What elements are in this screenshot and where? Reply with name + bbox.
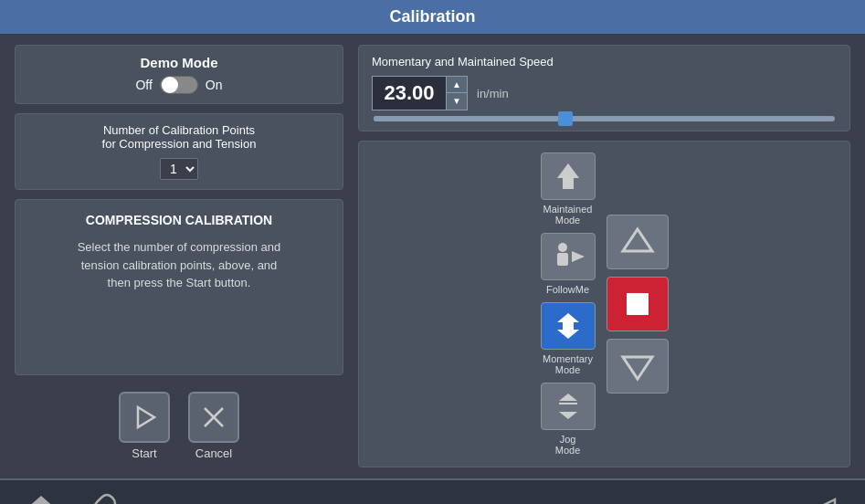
momentary-mode-button[interactable]: MomentaryMode [541,302,596,375]
toggle-knob [162,77,178,93]
demo-mode-toggle[interactable] [160,76,198,94]
mode-controls-box: MaintainedMode FollowMe [358,141,850,467]
momentary-mode-icon [541,302,596,350]
svg-marker-0 [138,407,154,427]
speed-controls: 23.00 ▲ ▼ in/min [372,76,837,110]
direction-col [607,215,669,394]
speed-box: Momentary and Maintained Speed 23.00 ▲ ▼… [358,45,850,131]
mode-buttons-col: MaintainedMode FollowMe [541,152,596,456]
cancel-label: Cancel [195,446,232,460]
svg-rect-13 [627,293,649,315]
followme-icon [541,233,596,280]
page-title: Calibration [0,0,865,34]
down-button[interactable] [607,339,669,394]
calibration-points-label: Number of Calibration Pointsfor Compress… [30,123,328,151]
svg-marker-15 [26,496,56,504]
speed-title: Momentary and Maintained Speed [372,55,837,68]
speed-slider-container [372,116,837,121]
compression-description: Select the number of compression andtens… [30,238,328,292]
compression-title: COMPRESSION CALIBRATION [30,213,328,227]
svg-rect-10 [559,403,577,404]
speed-arrows: ▲ ▼ [446,77,467,110]
speed-up-button[interactable]: ▲ [447,77,467,93]
stop-button[interactable] [607,277,669,331]
svg-marker-9 [559,394,577,401]
svg-marker-14 [623,357,652,379]
start-icon [119,392,170,443]
off-label: Off [135,78,152,92]
speed-slider-track [374,116,835,121]
demo-mode-title: Demo Mode [30,55,328,70]
calibration-points-box: Number of Calibration Pointsfor Compress… [15,113,343,190]
demo-mode-row: Off On [30,76,328,94]
svg-marker-12 [623,229,652,251]
momentary-mode-label: MomentaryMode [543,353,593,375]
jog-mode-label: JogMode [555,434,581,456]
svg-marker-6 [572,251,585,262]
svg-marker-16 [817,499,835,504]
followme-button[interactable]: FollowMe [541,233,596,295]
link-button[interactable] [79,486,124,504]
main-content: Demo Mode Off On Number of Calibration P… [0,34,865,478]
maintained-mode-label: MaintainedMode [543,204,593,226]
start-label: Start [132,446,156,460]
demo-mode-box: Demo Mode Off On [15,45,343,104]
speed-slider-fill [374,116,567,121]
speed-value: 23.00 [373,78,446,109]
action-buttons: Start Cancel [15,384,343,467]
svg-marker-11 [559,412,577,419]
calibration-points-select[interactable]: 1 2 3 [160,158,198,180]
maintained-mode-button[interactable]: MaintainedMode [541,152,596,226]
right-panel: Momentary and Maintained Speed 23.00 ▲ ▼… [358,45,850,467]
followme-label: FollowMe [546,284,589,295]
home-button[interactable] [18,486,64,504]
speed-down-button[interactable]: ▼ [447,93,467,110]
svg-marker-3 [557,163,579,189]
jog-mode-button[interactable]: JogMode [541,383,596,456]
cancel-button[interactable]: Cancel [188,392,239,460]
jog-mode-icon [541,383,596,430]
start-button[interactable]: Start [119,392,170,460]
svg-marker-8 [557,322,579,339]
up-button[interactable] [607,215,669,269]
compression-calibration-box: COMPRESSION CALIBRATION Select the numbe… [15,199,343,375]
cancel-icon [188,392,239,443]
svg-point-4 [558,243,567,252]
speed-slider-thumb[interactable] [558,111,573,126]
back-button[interactable] [801,486,847,504]
svg-rect-5 [557,253,568,266]
on-label: On [206,78,223,92]
title-text: Calibration [389,7,475,26]
left-panel: Demo Mode Off On Number of Calibration P… [15,45,343,467]
bottom-nav [0,478,865,504]
speed-value-box: 23.00 ▲ ▼ [372,76,468,110]
maintained-mode-icon [541,152,596,200]
speed-unit: in/min [477,87,509,100]
